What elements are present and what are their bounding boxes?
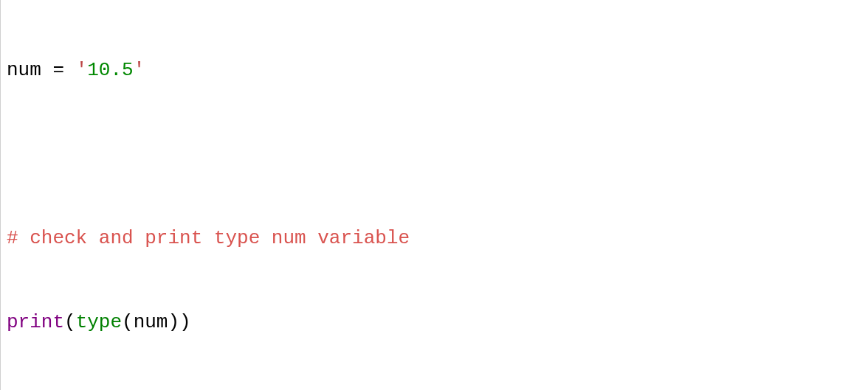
token-punct: ( [122,311,134,333]
token-operator: = [41,59,76,81]
token-punct: ( [64,311,76,333]
token-punct: ) [168,311,179,333]
token-string: 10.5 [87,59,133,81]
token-builtin: type [76,311,122,333]
code-editor[interactable]: num = '10.5' # check and print type num … [0,0,868,390]
code-line [7,140,865,168]
token-builtin: print [7,311,64,333]
token-variable: num [7,59,41,81]
token-comment: # check and print type num variable [7,227,410,249]
code-text-area[interactable]: num = '10.5' # check and print type num … [1,0,868,390]
code-line: num = '10.5' [7,56,865,84]
token-punct: ) [179,311,191,333]
code-line: # check and print type num variable [7,224,865,252]
token-string-quote: ' [134,59,145,81]
token-variable: num [134,311,168,333]
code-line: print(type(num)) [7,308,865,336]
token-string-quote: ' [76,59,88,81]
